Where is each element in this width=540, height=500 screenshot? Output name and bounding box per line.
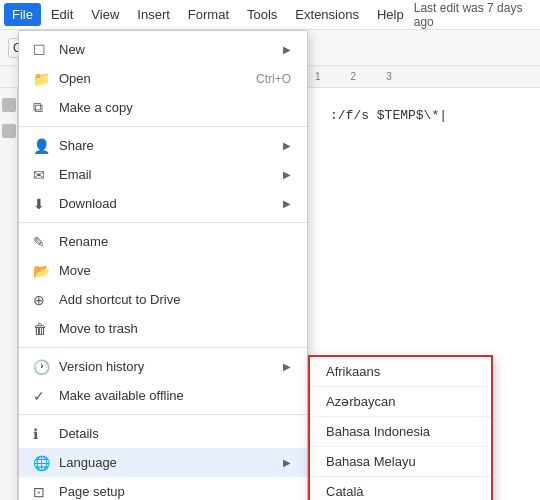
language-submenu: Afrikaans Azərbaycan Bahasa Indonesia Ba… bbox=[308, 355, 493, 500]
menu-item-rename[interactable]: ✎ Rename bbox=[19, 227, 307, 256]
divider-1 bbox=[19, 126, 307, 127]
menu-item-open[interactable]: 📁 Open Ctrl+O bbox=[19, 64, 307, 93]
menu-item-move-trash[interactable]: 🗑 Move to trash bbox=[19, 314, 307, 343]
document-text: :/f/s $TEMP$\*| bbox=[330, 108, 520, 123]
menu-item-version-history[interactable]: 🕐 Version history ▶ bbox=[19, 352, 307, 381]
email-icon: ✉ bbox=[33, 167, 45, 183]
details-label: Details bbox=[59, 426, 291, 441]
open-icon: 📁 bbox=[33, 71, 50, 87]
last-edit-text: Last edit was 7 days ago bbox=[414, 1, 536, 29]
divider-3 bbox=[19, 347, 307, 348]
menu-item-add-shortcut[interactable]: ⊕ Add shortcut to Drive bbox=[19, 285, 307, 314]
lang-azerbaycan[interactable]: Azərbaycan bbox=[310, 387, 491, 417]
download-arrow-icon: ▶ bbox=[283, 198, 291, 209]
open-shortcut: Ctrl+O bbox=[256, 72, 291, 86]
lang-bahasa-melayu[interactable]: Bahasa Melayu bbox=[310, 447, 491, 477]
language-arrow-icon: ▶ bbox=[283, 457, 291, 468]
share-label: Share bbox=[59, 138, 275, 153]
sidebar-strip bbox=[0, 88, 18, 500]
menu-item-details[interactable]: ℹ Details bbox=[19, 419, 307, 448]
email-arrow-icon: ▶ bbox=[283, 169, 291, 180]
rename-label: Rename bbox=[59, 234, 291, 249]
menu-tools[interactable]: Tools bbox=[239, 3, 285, 26]
menu-insert[interactable]: Insert bbox=[129, 3, 178, 26]
ruler-mark-3: 3 bbox=[386, 71, 392, 82]
move-icon: 📂 bbox=[33, 263, 50, 279]
menu-extensions[interactable]: Extensions bbox=[287, 3, 367, 26]
make-copy-icon: ⧉ bbox=[33, 99, 43, 116]
menu-bar: File Edit View Insert Format Tools Exten… bbox=[0, 0, 540, 30]
new-icon: ☐ bbox=[33, 42, 46, 58]
make-copy-label: Make a copy bbox=[59, 100, 291, 115]
share-arrow-icon: ▶ bbox=[283, 140, 291, 151]
version-history-arrow-icon: ▶ bbox=[283, 361, 291, 372]
lang-bahasa-indonesia[interactable]: Bahasa Indonesia bbox=[310, 417, 491, 447]
details-icon: ℹ bbox=[33, 426, 38, 442]
trash-icon: 🗑 bbox=[33, 321, 47, 337]
new-label: New bbox=[59, 42, 275, 57]
sidebar-icon-2[interactable] bbox=[2, 124, 16, 138]
lang-catala[interactable]: Català bbox=[310, 477, 491, 500]
download-icon: ⬇ bbox=[33, 196, 45, 212]
menu-item-share[interactable]: 👤 Share ▶ bbox=[19, 131, 307, 160]
language-icon: 🌐 bbox=[33, 455, 50, 471]
lang-afrikaans[interactable]: Afrikaans bbox=[310, 357, 491, 387]
menu-item-download[interactable]: ⬇ Download ▶ bbox=[19, 189, 307, 218]
download-label: Download bbox=[59, 196, 275, 211]
menu-item-page-setup[interactable]: ⊡ Page setup bbox=[19, 477, 307, 500]
version-history-label: Version history bbox=[59, 359, 275, 374]
new-arrow-icon: ▶ bbox=[283, 44, 291, 55]
offline-icon: ✓ bbox=[33, 388, 45, 404]
menu-view[interactable]: View bbox=[83, 3, 127, 26]
menu-item-email[interactable]: ✉ Email ▶ bbox=[19, 160, 307, 189]
make-offline-label: Make available offline bbox=[59, 388, 291, 403]
ruler-mark-2: 2 bbox=[351, 71, 357, 82]
add-shortcut-icon: ⊕ bbox=[33, 292, 45, 308]
language-label: Language bbox=[59, 455, 275, 470]
menu-item-move[interactable]: 📂 Move bbox=[19, 256, 307, 285]
share-icon: 👤 bbox=[33, 138, 50, 154]
divider-4 bbox=[19, 414, 307, 415]
move-label: Move bbox=[59, 263, 291, 278]
menu-item-make-copy[interactable]: ⧉ Make a copy bbox=[19, 93, 307, 122]
menu-edit[interactable]: Edit bbox=[43, 3, 81, 26]
email-label: Email bbox=[59, 167, 275, 182]
move-trash-label: Move to trash bbox=[59, 321, 291, 336]
rename-icon: ✎ bbox=[33, 234, 45, 250]
add-shortcut-label: Add shortcut to Drive bbox=[59, 292, 291, 307]
sidebar-icon-1[interactable] bbox=[2, 98, 16, 112]
version-history-icon: 🕐 bbox=[33, 359, 50, 375]
page-setup-label: Page setup bbox=[59, 484, 291, 499]
menu-item-make-offline[interactable]: ✓ Make available offline bbox=[19, 381, 307, 410]
page-setup-icon: ⊡ bbox=[33, 484, 45, 500]
open-label: Open bbox=[59, 71, 248, 86]
menu-help[interactable]: Help bbox=[369, 3, 412, 26]
divider-2 bbox=[19, 222, 307, 223]
file-dropdown-menu: ☐ New ▶ 📁 Open Ctrl+O ⧉ Make a copy 👤 Sh… bbox=[18, 30, 308, 500]
menu-item-new[interactable]: ☐ New ▶ bbox=[19, 35, 307, 64]
ruler-mark-1: 1 bbox=[315, 71, 321, 82]
menu-file[interactable]: File bbox=[4, 3, 41, 26]
menu-format[interactable]: Format bbox=[180, 3, 237, 26]
menu-item-language[interactable]: 🌐 Language ▶ bbox=[19, 448, 307, 477]
